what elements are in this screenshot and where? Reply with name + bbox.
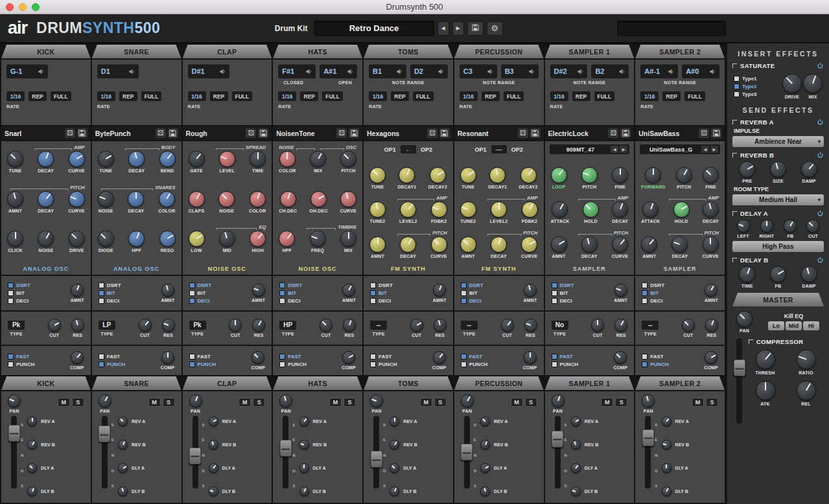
knob-res[interactable]: RES [162,319,175,338]
option-dsrt[interactable]: DSRT [189,282,212,288]
note-button[interactable]: A#0 [682,64,719,78]
knob-rev-b[interactable] [390,440,399,450]
knob-comp[interactable]: COMP [70,351,84,370]
knob-thresh[interactable]: THRESH [756,350,775,375]
repeat-button[interactable]: REP [572,91,590,101]
knob-cut[interactable]: CUT [501,319,514,338]
knob-mix[interactable]: MIX [310,151,326,173]
knob-res[interactable]: RES [524,319,537,338]
knob-decay[interactable]: DECAY [581,236,598,258]
filter-type-button[interactable]: -- [370,321,387,330]
note-button[interactable]: B2 [591,64,629,78]
knob-size[interactable]: SIZE [770,161,786,183]
knob-diode[interactable]: DIODE [98,231,114,253]
knob-tune[interactable]: TUNE [369,167,386,189]
mute-button[interactable]: M [692,398,704,407]
knob-level[interactable]: LEVEL [219,151,235,173]
knob-cut[interactable]: CUT [410,319,423,338]
mute-button[interactable]: M [148,398,161,407]
channel-tab-snare[interactable]: SNARE [92,45,181,58]
knob-comp[interactable]: COMP [523,351,537,370]
filter-type-button[interactable]: Pk [8,321,25,330]
repeat-button[interactable]: REP [300,91,318,101]
repeat-button[interactable]: REP [391,91,409,101]
full-button[interactable]: FULL [141,91,162,101]
kit-selector[interactable]: Retro Dance [314,21,434,36]
knob-level2[interactable]: LEVEL2 [490,201,508,223]
knob-rev-a[interactable] [571,417,581,426]
knob-pan[interactable]: PAN [642,395,655,413]
knob-cut[interactable]: CUT [682,319,695,338]
knob-reso[interactable]: RESO [159,231,176,253]
knob-rev-a[interactable] [209,417,218,426]
knob-drive[interactable]: DRIVE [69,231,85,253]
rate-value-button[interactable]: 1/16 [6,91,25,101]
knob-atk[interactable]: ATK [756,381,775,406]
knob-ch-dec[interactable]: CH.DEC [279,191,297,213]
mute-button[interactable]: M [420,398,432,407]
knob-high[interactable]: HIGH [250,231,266,253]
option-bit[interactable]: BIT [370,290,393,296]
knob-comp[interactable]: COMP [342,351,356,370]
knob-pan[interactable]: PAN [370,395,383,413]
random-icon[interactable]: ⚄ [246,128,256,138]
knob-amnt[interactable]: AMNT [7,191,23,213]
rate-value-button[interactable]: 1/16 [369,91,387,101]
knob-hpf[interactable]: HPF [128,231,145,253]
random-icon[interactable]: ⚄ [699,128,709,138]
knob-rev-a[interactable] [662,417,671,426]
knob-pan[interactable]: PAN [99,395,111,413]
knob-dly-b[interactable] [480,487,490,496]
knob-freq[interactable]: FREQ [310,231,326,253]
note-button[interactable]: A#1 [320,64,357,78]
rate-value-button[interactable]: 1/16 [278,91,296,101]
knob-decay[interactable]: DECAY [128,151,145,173]
knob-time[interactable]: TIME [250,151,266,173]
note-button[interactable]: B3 [501,64,539,78]
knob-noise[interactable]: NOISE [98,191,114,213]
knob-dly-b[interactable] [299,487,309,496]
knob-rel[interactable]: REL [797,381,816,406]
knob-color[interactable]: COLOR [158,191,175,213]
sample-selector[interactable]: 909MT_47◀▶ [550,144,630,154]
knob-hold[interactable]: HOLD [673,201,690,223]
note-button[interactable]: F#1 [278,64,316,78]
knob-amnt[interactable]: AMNT [614,284,627,303]
knob-fb[interactable]: FB [770,266,786,288]
knob-decay2[interactable]: DECAY2 [519,167,538,189]
repeat-button[interactable]: REP [29,91,47,101]
option-dsrt[interactable]: DSRT [370,282,393,288]
knob-mid[interactable]: MID [219,231,235,253]
knob-decay[interactable]: DECAY [612,201,628,223]
save-preset-icon[interactable] [258,128,268,138]
random-icon[interactable]: ⚄ [518,128,528,138]
preset-name[interactable]: ElectricLock [548,130,607,137]
note-button[interactable]: D2 [410,64,448,78]
option-bit[interactable]: BIT [552,290,574,296]
save-kit-button[interactable] [467,21,484,36]
reverb-a-power-button[interactable] [817,119,824,126]
option-punch[interactable]: PUNCH [8,361,34,367]
preset-name[interactable]: NoisenTone [276,130,334,137]
knob-color[interactable]: COLOR [279,151,296,173]
save-preset-icon[interactable] [77,128,88,138]
knob-rev-a[interactable] [27,417,37,426]
option-fast[interactable]: FAST [279,354,306,360]
knob-rev-a[interactable] [480,417,490,426]
knob-res[interactable]: RES [434,319,447,338]
knob-decay[interactable]: DECAY [128,191,144,213]
option-dsrt[interactable]: DSRT [99,282,121,288]
knob-amnt[interactable]: AMNT [342,284,356,303]
preset-name[interactable]: Hexagons [367,130,425,137]
preset-name[interactable]: Rough [186,130,244,137]
room-type-select[interactable]: Medium Hall ▾ [732,194,824,205]
knob-decay[interactable]: DECAY [671,236,688,258]
knob-rev-a[interactable] [390,417,399,426]
preset-name[interactable]: Resonant [458,130,516,137]
channel-tab-percussion[interactable]: PERCUSSION [454,45,544,58]
knob-pitch[interactable]: PITCH [581,167,598,189]
option-deci[interactable]: DECI [8,298,30,304]
volume-fader[interactable] [102,416,108,488]
knob-comp[interactable]: COMP [704,351,718,370]
knob-amnt[interactable]: AMNT [551,236,567,258]
